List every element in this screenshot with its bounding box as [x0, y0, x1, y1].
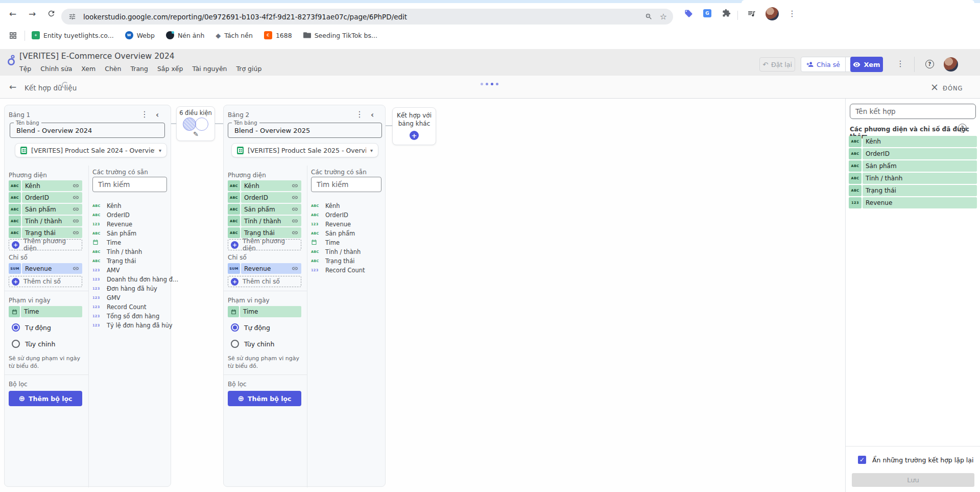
view-button[interactable]: Xem: [850, 57, 883, 72]
bookmark-item[interactable]: WWebp: [125, 31, 155, 39]
add-dimension-button[interactable]: +Thêm phương diện: [228, 239, 301, 250]
reload-icon[interactable]: [47, 9, 56, 18]
custom-date-radio[interactable]: Tùy chỉnh: [231, 340, 274, 348]
dimension-chip[interactable]: ABCKênh: [9, 180, 82, 191]
reset-button[interactable]: ↶Đặt lại: [759, 57, 795, 72]
help-icon[interactable]: ?: [958, 124, 967, 132]
custom-date-radio[interactable]: Tùy chỉnh: [12, 340, 55, 348]
date-field-chip[interactable]: Time: [9, 306, 82, 317]
add-filter-button[interactable]: ⊕Thêm bộ lọc: [228, 391, 301, 406]
dimension-chip[interactable]: ABCTrạng thái: [9, 227, 82, 238]
field-item[interactable]: Time: [92, 238, 121, 247]
add-metric-button[interactable]: +Thêm chỉ số: [9, 276, 82, 287]
field-item[interactable]: 123Revenue: [92, 220, 132, 228]
table2-source-select[interactable]: [VERITES] Product Sale 2025 - Overview 2…: [231, 143, 378, 157]
menu-file[interactable]: Tệp: [19, 65, 31, 73]
field-item[interactable]: Time: [311, 238, 340, 247]
bookmark-star-icon[interactable]: ☆: [660, 12, 667, 21]
field-item[interactable]: 123Đơn hàng đã hủy: [92, 284, 157, 293]
menu-edit[interactable]: Chỉnh sửa: [40, 65, 72, 73]
apps-grid-icon[interactable]: [9, 32, 17, 39]
field-item[interactable]: ABCTrạng thái: [92, 256, 136, 265]
help-icon[interactable]: ?: [925, 60, 934, 68]
field-item[interactable]: ABCTỉnh / thành: [311, 247, 361, 256]
field-item[interactable]: ABCOrderID: [311, 210, 348, 219]
auto-date-radio[interactable]: Tự động: [231, 323, 270, 332]
table2-field-search-input[interactable]: [311, 177, 381, 192]
dimension-chip[interactable]: ABCTrạng thái: [228, 227, 301, 238]
playlist-icon[interactable]: [747, 9, 756, 18]
close-icon[interactable]: ×: [930, 81, 939, 92]
field-item[interactable]: 123Doanh thu đơn hàng đ...: [92, 275, 178, 284]
menu-page[interactable]: Trang: [130, 65, 148, 73]
dimension-chip[interactable]: ABCSản phẩm: [9, 204, 82, 215]
edit-pencil-icon[interactable]: ✎: [193, 130, 199, 138]
extensions-puzzle-icon[interactable]: [722, 9, 731, 17]
table2-menu-icon[interactable]: ⋮: [355, 109, 364, 119]
url-bar[interactable]: lookerstudio.google.com/reporting/0e9726…: [61, 9, 673, 25]
bookmark-item[interactable]: ◆Tách nền: [216, 32, 253, 39]
dimension-chip[interactable]: ABCSản phẩm: [228, 204, 301, 215]
shopping-tag-extension-icon[interactable]: [684, 9, 693, 18]
join-another-table-card[interactable]: Kết hợp với bảng khác +: [392, 107, 436, 145]
share-button[interactable]: Chia sẻ ▾: [801, 57, 857, 72]
back-arrow-icon[interactable]: ←: [9, 82, 16, 92]
close-label[interactable]: ĐÓNG: [943, 85, 963, 92]
blend-field-chip[interactable]: ABCTỉnh / thành: [849, 173, 977, 184]
bookmark-item[interactable]: Seeding TikTok bs...: [303, 32, 377, 39]
table2-collapse-icon[interactable]: ‹: [371, 110, 374, 120]
dimension-chip[interactable]: ABCTỉnh / thành: [228, 216, 301, 226]
field-item[interactable]: 123Record Count: [311, 266, 365, 274]
join-config-card[interactable]: 6 điều kiện ✎: [176, 106, 215, 141]
blend-field-chip[interactable]: ABCSản phẩm: [849, 160, 977, 172]
dimension-chip[interactable]: ABCTỉnh / thành: [9, 216, 82, 226]
zoom-out-icon[interactable]: [645, 13, 653, 20]
field-item[interactable]: 123Revenue: [311, 220, 351, 228]
field-item[interactable]: ABCKênh: [92, 201, 122, 210]
report-title[interactable]: [VERITES] E-Commerce Overview 2024: [19, 52, 175, 61]
dimension-chip[interactable]: ABCOrderID: [9, 192, 82, 203]
bookmark-item[interactable]: C1688: [264, 31, 292, 39]
field-item[interactable]: 123GMV: [92, 293, 121, 302]
blend-field-chip[interactable]: ABCOrderID: [849, 148, 977, 159]
browser-menu-icon[interactable]: ⋮: [788, 9, 796, 18]
field-item[interactable]: ABCTrạng thái: [311, 256, 354, 265]
field-item[interactable]: ABCKênh: [311, 201, 340, 210]
blend-name-input[interactable]: [850, 104, 976, 119]
date-field-chip[interactable]: Time: [228, 306, 301, 317]
bookmark-item[interactable]: Nén ảnh: [166, 31, 204, 39]
translate-extension-icon[interactable]: G: [703, 9, 711, 17]
table1-menu-icon[interactable]: ⋮: [140, 109, 149, 119]
forward-icon[interactable]: →: [29, 9, 36, 19]
save-button[interactable]: Lưu: [852, 473, 974, 487]
bookmark-item[interactable]: +Entity tuyetlights.co...: [32, 31, 114, 39]
auto-date-radio[interactable]: Tự động: [12, 323, 51, 332]
field-item[interactable]: ABCSản phẩm: [311, 229, 355, 238]
table1-collapse-icon[interactable]: ‹: [156, 110, 159, 120]
header-avatar[interactable]: [944, 57, 958, 72]
field-item[interactable]: 123AMV: [92, 266, 120, 274]
add-metric-button[interactable]: +Thêm chỉ số: [228, 276, 301, 287]
blend-field-chip[interactable]: ABCTrạng thái: [849, 185, 977, 196]
hide-duplicates-row[interactable]: ✓ Ẩn những trường kết hợp lặp lại: [858, 456, 973, 464]
table1-field-search-input[interactable]: [92, 177, 167, 192]
metric-chip[interactable]: SUMRevenue: [9, 263, 82, 274]
dimension-chip[interactable]: ABCOrderID: [228, 192, 301, 203]
field-item[interactable]: ABCSản phẩm: [92, 229, 136, 238]
blend-field-chip[interactable]: ABCKênh: [849, 136, 977, 147]
menu-insert[interactable]: Chèn: [105, 65, 121, 73]
add-filter-button[interactable]: ⊕Thêm bộ lọc: [9, 391, 82, 406]
menu-view[interactable]: Xem: [81, 65, 95, 73]
add-table-plus-icon[interactable]: +: [410, 131, 419, 140]
field-item[interactable]: 123Tỷ lệ đơn hàng đã hủy: [92, 321, 173, 330]
checkbox-checked-icon[interactable]: ✓: [858, 456, 866, 464]
field-item[interactable]: ABCOrderID: [92, 210, 130, 219]
menu-arrange[interactable]: Sắp xếp: [157, 65, 183, 73]
field-item[interactable]: ABCTỉnh / thành: [92, 247, 142, 256]
menu-help[interactable]: Trợ giúp: [236, 65, 262, 73]
field-item[interactable]: 123Record Count: [92, 302, 147, 311]
field-item[interactable]: 123Tổng số đơn hàng: [92, 312, 159, 320]
back-icon[interactable]: ←: [9, 9, 16, 19]
table1-source-select[interactable]: [VERITES] Product Sale 2024 - Overview 2…: [15, 143, 167, 157]
header-more-menu-icon[interactable]: ⋮: [896, 59, 904, 68]
